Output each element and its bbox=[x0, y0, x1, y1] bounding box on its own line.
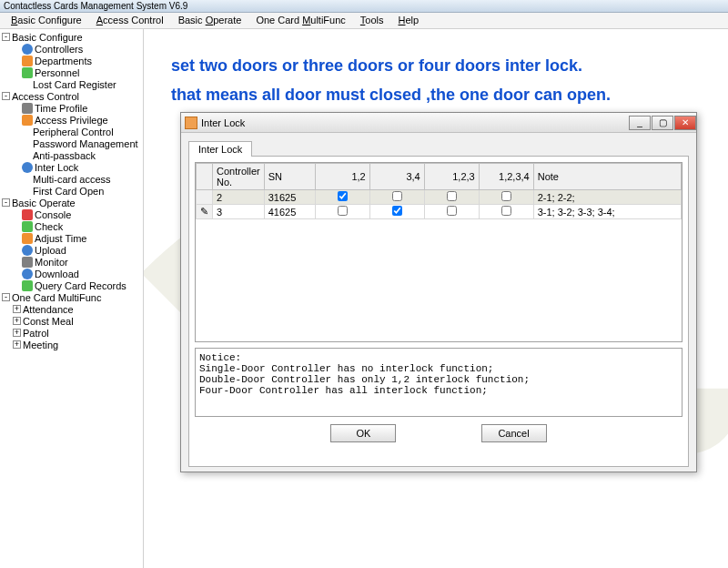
monitor-icon bbox=[22, 257, 33, 268]
notice-line-2: Double-Door Controller has only 1,2 inte… bbox=[199, 374, 678, 385]
col-1234[interactable]: 1,2,3,4 bbox=[479, 164, 533, 190]
tree-peripheral[interactable]: Peripheral Control bbox=[33, 127, 114, 137]
tree-patrol[interactable]: Patrol bbox=[23, 328, 49, 339]
app-titlebar: Contactless Cards Management System V6.9 bbox=[0, 0, 728, 13]
dialog-title: Inter Lock bbox=[201, 117, 628, 128]
chk-34[interactable] bbox=[392, 191, 402, 201]
chk-1234[interactable] bbox=[501, 206, 511, 216]
menu-access-control[interactable]: Access Control bbox=[89, 13, 171, 28]
row-marker-header bbox=[197, 164, 213, 190]
menu-basic-operate[interactable]: Basic Operate bbox=[171, 13, 249, 28]
annotation-line-2: that means all door must closed ,the one… bbox=[171, 86, 611, 105]
interlock-grid[interactable]: Controller No. SN 1,2 3,4 1,2,3 1,2,3,4 … bbox=[195, 162, 682, 342]
cancel-button[interactable]: Cancel bbox=[481, 424, 547, 442]
tree-multifunc[interactable]: One Card MultiFunc bbox=[12, 292, 101, 303]
tree-antipassback[interactable]: Anti-passback bbox=[33, 150, 96, 161]
tree-access-privilege[interactable]: Access Privilege bbox=[35, 115, 108, 126]
tree-upload[interactable]: Upload bbox=[35, 245, 66, 256]
interlock-icon bbox=[22, 162, 33, 173]
tree-personnel[interactable]: Personnel bbox=[35, 67, 80, 78]
maximize-button[interactable]: ▢ bbox=[652, 116, 673, 130]
tree-inter-lock[interactable]: Inter Lock bbox=[35, 162, 78, 173]
dialog-titlebar[interactable]: Inter Lock _ ▢ ✕ bbox=[181, 113, 696, 133]
departments-icon bbox=[22, 56, 33, 66]
nav-tree[interactable]: -Basic Configure Controllers Departments… bbox=[0, 29, 144, 568]
tree-constmeal[interactable]: Const Meal bbox=[23, 316, 74, 327]
clock-icon bbox=[22, 233, 33, 244]
expand-icon[interactable]: - bbox=[2, 33, 10, 41]
expand-icon[interactable]: + bbox=[13, 329, 21, 337]
row-marker bbox=[197, 190, 213, 205]
col-12[interactable]: 1,2 bbox=[315, 164, 369, 190]
download-icon bbox=[22, 269, 33, 279]
ok-button[interactable]: OK bbox=[330, 424, 396, 442]
menu-help[interactable]: Help bbox=[391, 13, 427, 28]
cell-note: 2-1; 2-2; bbox=[533, 190, 681, 205]
expand-icon[interactable]: - bbox=[2, 293, 10, 301]
chk-1234[interactable] bbox=[501, 191, 511, 201]
cell-no: 2 bbox=[213, 190, 265, 205]
chk-123[interactable] bbox=[447, 206, 457, 216]
time-icon bbox=[22, 103, 33, 114]
tree-access-control[interactable]: Access Control bbox=[12, 91, 79, 102]
menu-basic-configure[interactable]: Basic Configure bbox=[4, 13, 89, 28]
cell-sn: 31625 bbox=[264, 190, 315, 205]
tree-basic-configure[interactable]: Basic Configure bbox=[12, 32, 83, 43]
tab-inter-lock[interactable]: Inter Lock bbox=[188, 141, 252, 157]
controllers-icon bbox=[22, 44, 33, 55]
tree-monitor[interactable]: Monitor bbox=[35, 257, 68, 268]
privilege-icon bbox=[22, 115, 33, 126]
col-sn[interactable]: SN bbox=[264, 164, 315, 190]
chk-12[interactable] bbox=[338, 206, 348, 216]
content-area: set two doors or three doors or four doo… bbox=[144, 29, 728, 568]
menu-tools[interactable]: Tools bbox=[353, 13, 391, 28]
check-icon bbox=[22, 221, 33, 232]
close-button[interactable]: ✕ bbox=[674, 116, 696, 130]
upload-icon bbox=[22, 245, 33, 256]
personnel-icon bbox=[22, 67, 33, 78]
tree-console[interactable]: Console bbox=[35, 209, 71, 220]
tree-meeting[interactable]: Meeting bbox=[23, 340, 58, 350]
tree-query[interactable]: Query Card Records bbox=[35, 280, 126, 291]
inter-lock-dialog: Inter Lock _ ▢ ✕ Inter Lock Controller N… bbox=[180, 112, 697, 472]
table-row[interactable]: ✎ 3 41625 3-1; 3-2; 3-3; 3-4; bbox=[197, 205, 682, 219]
tree-departments[interactable]: Departments bbox=[35, 56, 92, 66]
tree-attendance[interactable]: Attendance bbox=[23, 304, 74, 315]
dialog-icon bbox=[185, 117, 197, 129]
tree-adjust-time[interactable]: Adjust Time bbox=[35, 233, 86, 244]
expand-icon[interactable]: - bbox=[2, 92, 10, 100]
tree-download[interactable]: Download bbox=[35, 269, 79, 279]
tree-basic-operate[interactable]: Basic Operate bbox=[12, 198, 76, 208]
app-title: Contactless Cards Management System V6.9 bbox=[4, 1, 187, 11]
menu-one-card-multifunc[interactable]: One Card MultiFunc bbox=[248, 13, 352, 28]
col-controller-no[interactable]: Controller No. bbox=[213, 164, 265, 190]
col-34[interactable]: 3,4 bbox=[369, 164, 424, 190]
tree-firstcard[interactable]: First Card Open bbox=[33, 186, 104, 197]
minimize-button[interactable]: _ bbox=[629, 116, 651, 130]
notice-header: Notice: bbox=[199, 352, 678, 363]
row-marker-edit: ✎ bbox=[197, 205, 213, 219]
cell-sn: 41625 bbox=[264, 205, 315, 219]
notice-box: Notice: Single-Door Controller has no in… bbox=[195, 348, 682, 417]
chk-12[interactable] bbox=[338, 191, 348, 201]
query-icon bbox=[22, 280, 33, 291]
tree-time-profile[interactable]: Time Profile bbox=[35, 103, 87, 114]
tree-multicard[interactable]: Multi-card access bbox=[33, 174, 111, 185]
col-note[interactable]: Note bbox=[533, 164, 681, 190]
tree-controllers[interactable]: Controllers bbox=[35, 44, 83, 55]
notice-line-3: Four-Door Controller has all interlock f… bbox=[199, 385, 678, 396]
annotation-line-1: set two doors or three doors or four doo… bbox=[171, 56, 582, 76]
table-row[interactable]: 2 31625 2-1; 2-2; bbox=[197, 190, 682, 205]
notice-line-1: Single-Door Controller has no interlock … bbox=[199, 363, 678, 374]
col-123[interactable]: 1,2,3 bbox=[424, 164, 479, 190]
tree-lost-card[interactable]: Lost Card Register bbox=[33, 79, 116, 90]
expand-icon[interactable]: - bbox=[2, 198, 10, 207]
cell-no: 3 bbox=[213, 205, 265, 219]
expand-icon[interactable]: + bbox=[13, 340, 21, 349]
tree-password[interactable]: Password Management bbox=[33, 138, 138, 149]
chk-34[interactable] bbox=[392, 206, 402, 216]
chk-123[interactable] bbox=[447, 191, 457, 201]
expand-icon[interactable]: + bbox=[13, 305, 21, 313]
expand-icon[interactable]: + bbox=[13, 317, 21, 325]
tree-check[interactable]: Check bbox=[35, 221, 63, 232]
